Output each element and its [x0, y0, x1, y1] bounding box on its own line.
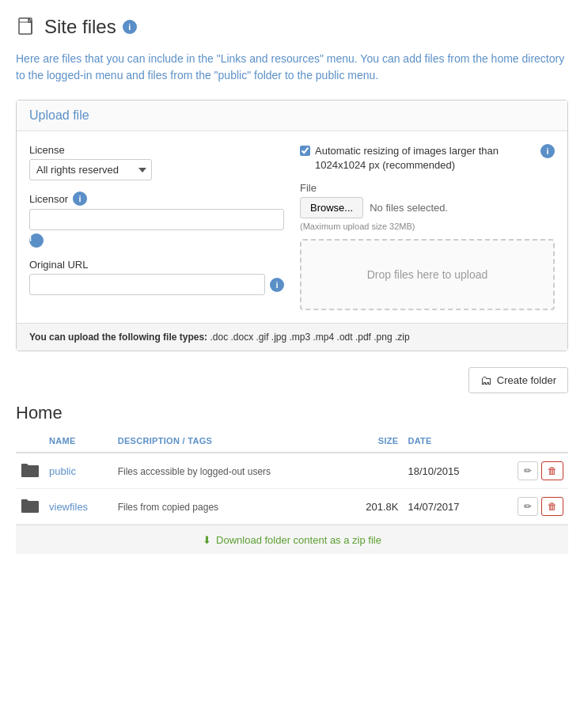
file-upload-section: File Browse... No files selected. (Maxim… [300, 182, 555, 231]
file-input-row: Browse... No files selected. [300, 197, 555, 218]
licensor-label: Licensor [29, 193, 68, 205]
col-header-name: NAME [44, 430, 113, 453]
page-title: Site files [44, 16, 116, 38]
file-actions-cell-1: ✏ 🗑 [490, 453, 568, 489]
col-header-icon [16, 430, 44, 453]
file-types-list: .doc .docx .gif .jpg .mp3 .mp4 .odt .pdf… [210, 332, 409, 343]
toolbar: 🗂 Create folder [16, 367, 568, 393]
file-desc-2: Files from copied pages [118, 502, 218, 513]
max-size-text: (Maximum upload size 32MB) [300, 222, 555, 231]
files-table-body: public Files accessible by logged-out us… [16, 453, 568, 525]
upload-right-column: Automatic resizing of images larger than… [300, 144, 555, 310]
delete-button-1[interactable]: 🗑 [541, 461, 563, 480]
license-control-row: All rights reserved CC BY CC BY-SA CC BY… [29, 159, 284, 180]
home-section: Home NAME DESCRIPTION / TAGS SIZE DATE [16, 403, 568, 554]
file-name-cell-1: public [44, 453, 113, 489]
upload-left-column: License All rights reserved CC BY CC BY-… [29, 144, 284, 310]
upload-panel: Upload file License All rights reserved … [16, 100, 568, 351]
download-footer: ⬇ Download folder content as a zip file [16, 525, 568, 554]
upload-panel-header: Upload file [17, 100, 567, 131]
licensor-info-icon[interactable]: i [73, 191, 87, 206]
original-url-row: Original URL i [29, 259, 284, 295]
auto-resize-label: Automatic resizing of images larger than… [315, 144, 536, 173]
licensor-label-row: Licensor i [29, 191, 284, 206]
edit-button-1[interactable]: ✏ [518, 461, 538, 480]
col-header-description: DESCRIPTION / TAGS [113, 430, 343, 453]
delete-button-2[interactable]: 🗑 [541, 497, 563, 516]
file-types-prefix: You can upload the following file types: [29, 332, 207, 343]
drop-zone[interactable]: Drop files here to upload [300, 239, 555, 310]
original-url-control-row: i [29, 274, 284, 295]
col-header-actions [490, 430, 568, 453]
license-row: License All rights reserved CC BY CC BY-… [29, 144, 284, 180]
files-table: NAME DESCRIPTION / TAGS SIZE DATE public [16, 430, 568, 525]
home-section-title: Home [16, 403, 568, 423]
file-name-link-2[interactable]: viewfiles [49, 501, 88, 513]
original-url-label: Original URL [29, 259, 284, 271]
browse-button[interactable]: Browse... [300, 197, 363, 218]
file-size-cell-1 [343, 453, 403, 489]
license-select[interactable]: All rights reserved CC BY CC BY-SA CC BY… [29, 159, 152, 180]
col-header-date: DATE [403, 430, 489, 453]
file-actions-1: ✏ 🗑 [495, 461, 563, 480]
files-table-head: NAME DESCRIPTION / TAGS SIZE DATE [16, 430, 568, 453]
upload-panel-body: License All rights reserved CC BY CC BY-… [17, 131, 567, 323]
auto-resize-info-icon[interactable]: i [540, 144, 555, 158]
folder-icon [21, 462, 40, 478]
folder-icon [21, 498, 40, 514]
file-actions-cell-2: ✏ 🗑 [490, 489, 568, 525]
file-size-cell-2: 201.8K [343, 489, 403, 525]
file-date-cell-1: 18/10/2015 [403, 453, 489, 489]
file-label: File [300, 182, 555, 194]
files-table-header-row: NAME DESCRIPTION / TAGS SIZE DATE [16, 430, 568, 453]
page-info-icon[interactable]: i [123, 20, 137, 34]
table-row: viewfiles Files from copied pages 201.8K… [16, 489, 568, 525]
folder-icon-cell-1 [16, 453, 44, 489]
file-name-cell-2: viewfiles [44, 489, 113, 525]
licensor-row: Licensor i i [29, 191, 284, 248]
file-date-cell-2: 14/07/2017 [403, 489, 489, 525]
license-label: License [29, 144, 284, 156]
folder-icon-cell-2 [16, 489, 44, 525]
page-header: Site files i [16, 16, 568, 38]
no-file-text: No files selected. [370, 202, 448, 214]
col-header-size: SIZE [343, 430, 403, 453]
download-icon: ⬇ [203, 534, 211, 546]
file-types-bar: You can upload the following file types:… [17, 323, 567, 351]
table-row: public Files accessible by logged-out us… [16, 453, 568, 489]
site-files-icon [16, 16, 38, 38]
page-description: Here are files that you can include in t… [16, 51, 568, 84]
file-desc-cell-2: Files from copied pages [113, 489, 343, 525]
file-actions-2: ✏ 🗑 [495, 497, 563, 516]
auto-resize-checkbox[interactable] [300, 146, 310, 156]
create-folder-icon: 🗂 [480, 373, 492, 387]
create-folder-label: Create folder [497, 374, 556, 386]
licensor-input[interactable] [29, 209, 284, 230]
file-desc-cell-1: Files accessible by logged-out users [113, 453, 343, 489]
file-desc-1: Files accessible by logged-out users [118, 466, 271, 477]
download-label: Download folder content as a zip file [216, 534, 381, 546]
create-folder-button[interactable]: 🗂 Create folder [468, 367, 568, 393]
edit-button-2[interactable]: ✏ [518, 497, 538, 516]
auto-resize-row: Automatic resizing of images larger than… [300, 144, 555, 173]
file-name-link-1[interactable]: public [49, 465, 76, 477]
original-url-input[interactable] [29, 274, 265, 295]
download-zip-link[interactable]: ⬇ Download folder content as a zip file [203, 534, 381, 546]
drop-zone-text: Drop files here to upload [367, 268, 488, 281]
licensor-extra-info-icon[interactable]: i [29, 233, 44, 248]
original-url-info-icon[interactable]: i [270, 278, 284, 292]
